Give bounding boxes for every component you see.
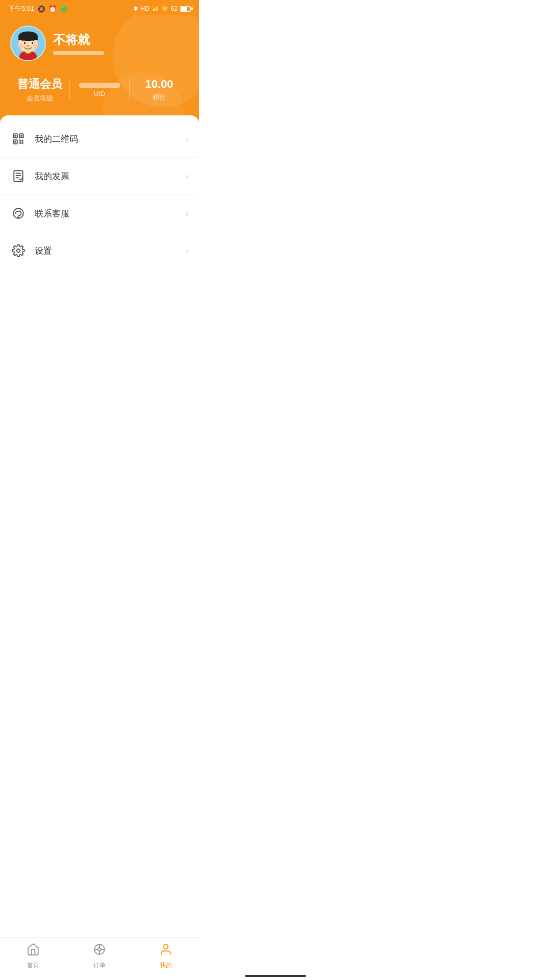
member-level-value: 普通会员 (10, 77, 69, 92)
svg-rect-22 (19, 142, 21, 144)
uid-label: UID (70, 90, 129, 97)
mine-icon (159, 943, 172, 959)
status-bar-right: ✱ HD 📶 🛜 62 (133, 5, 191, 12)
svg-rect-20 (19, 140, 21, 141)
support-icon (10, 205, 27, 222)
status-bar: 下午5:01 🔕 ⏰ 🟢 ✱ HD 📶 🛜 62 (0, 0, 199, 15)
nav-item-mine[interactable]: 我的 (133, 943, 199, 970)
avatar-image (11, 26, 45, 61)
bottom-nav: 首页 订单 我的 (0, 937, 199, 980)
svg-rect-21 (22, 140, 23, 141)
app-icon: 🟢 (60, 5, 68, 13)
chevron-right-icon-2: › (186, 171, 189, 182)
uid-stat: UID (70, 83, 129, 97)
menu-label-settings: 设置 (35, 245, 186, 257)
profile-info: 不将就 (53, 32, 189, 55)
nav-item-home[interactable]: 首页 (0, 943, 66, 970)
battery-text: 62 (171, 5, 178, 12)
svg-rect-17 (20, 135, 22, 136)
svg-point-12 (33, 43, 37, 48)
svg-point-10 (26, 45, 30, 47)
chevron-right-icon-4: › (186, 246, 189, 256)
order-icon (93, 943, 106, 959)
nav-label-orders: 订单 (93, 961, 106, 970)
svg-rect-18 (14, 141, 16, 142)
menu-label-invoice: 我的发票 (35, 170, 186, 182)
chevron-right-icon-3: › (186, 208, 189, 219)
nav-item-orders[interactable]: 订单 (66, 943, 133, 970)
member-level-stat: 普通会员 会员等级 (10, 77, 69, 103)
main-content: 我的二维码 › 我的发票 › 联系客服 › (0, 115, 199, 274)
menu-item-support[interactable]: 联系客服 › (0, 195, 199, 232)
qrcode-icon (10, 131, 27, 147)
signal-icon: 📶 (152, 5, 159, 12)
svg-point-29 (18, 217, 19, 218)
wifi-icon: 🛜 (161, 5, 169, 12)
stats-row: 普通会员 会员等级 UID 10.00 积分 (10, 77, 189, 103)
avatar[interactable] (10, 26, 46, 61)
svg-rect-5 (18, 36, 38, 40)
battery-icon (180, 6, 191, 12)
points-label: 积分 (130, 93, 189, 102)
points-value: 10.00 (130, 78, 189, 91)
member-level-label: 会员等级 (10, 94, 69, 103)
nav-label-home: 首页 (27, 961, 39, 970)
hd-label: HD (140, 5, 149, 12)
bluetooth-icon: ✱ (133, 5, 138, 12)
svg-point-11 (18, 43, 23, 48)
svg-rect-24 (14, 170, 22, 182)
svg-rect-16 (14, 135, 16, 136)
settings-icon (10, 242, 27, 259)
uid-bar (79, 83, 120, 88)
invoice-icon (10, 168, 27, 184)
profile-header: 不将就 普通会员 会员等级 UID 10.00 积分 (0, 15, 199, 124)
home-icon (27, 943, 40, 959)
menu-item-invoice[interactable]: 我的发票 › (0, 158, 199, 195)
nav-label-mine: 我的 (160, 961, 172, 970)
menu-label-support: 联系客服 (35, 208, 186, 219)
username: 不将就 (53, 32, 189, 48)
svg-rect-23 (22, 142, 23, 144)
profile-row: 不将就 (10, 26, 189, 61)
menu-item-qrcode[interactable]: 我的二维码 › (0, 120, 199, 158)
points-stat: 10.00 积分 (130, 78, 189, 102)
alarm-icon: ⏰ (48, 5, 57, 13)
svg-point-30 (17, 249, 20, 253)
svg-point-37 (164, 944, 168, 949)
svg-point-9 (32, 42, 34, 44)
chevron-right-icon: › (186, 134, 189, 144)
menu-item-settings[interactable]: 设置 › (0, 232, 199, 269)
menu-label-qrcode: 我的二维码 (35, 133, 186, 145)
mute-icon: 🔕 (37, 5, 45, 13)
status-bar-left: 下午5:01 🔕 ⏰ 🟢 (8, 4, 68, 13)
svg-point-8 (24, 42, 26, 44)
username-bar (53, 51, 104, 55)
time-display: 下午5:01 (8, 4, 34, 13)
